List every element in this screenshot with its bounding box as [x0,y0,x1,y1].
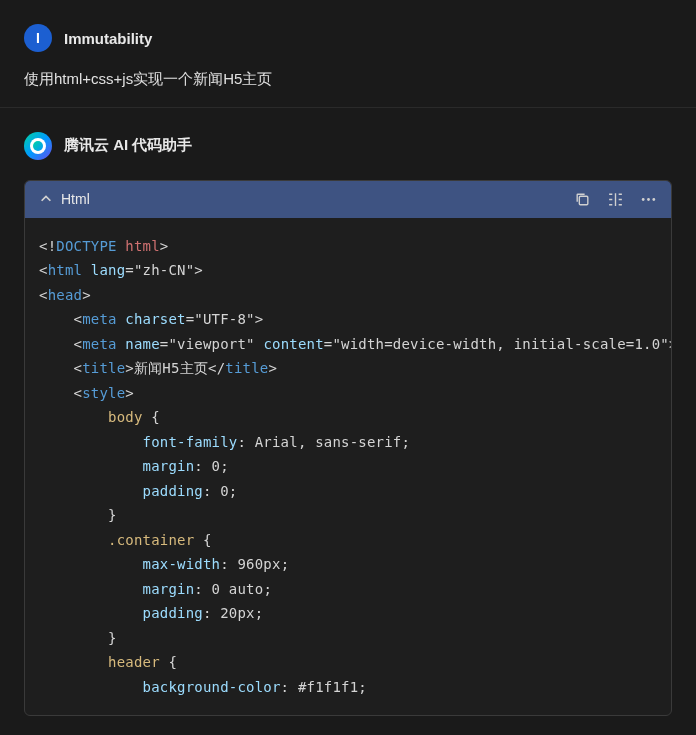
code-line: padding: 20px; [39,601,657,626]
copy-icon[interactable] [574,191,591,208]
chevron-up-icon [39,192,53,206]
code-line: <head> [39,283,657,308]
code-line: margin: 0 auto; [39,577,657,602]
ai-avatar-icon [30,138,46,154]
code-line: <html lang="zh-CN"> [39,258,657,283]
code-block: Html <!DOCTYPE html><html lang="zh-CN"><… [24,180,672,717]
ai-header: 腾讯云 AI 代码助手 [24,132,672,160]
code-line: .container { [39,528,657,553]
code-line: } [39,626,657,651]
code-line: <meta name="viewport" content="width=dev… [39,332,657,357]
ai-avatar[interactable] [24,132,52,160]
user-name: Immutability [64,30,152,47]
code-line: header { [39,650,657,675]
code-language-label: Html [61,191,90,207]
code-header-actions [574,191,657,208]
ai-section: 腾讯云 AI 代码助手 Html <!DOCTYPE [0,108,696,717]
user-avatar[interactable]: I [24,24,52,52]
more-icon[interactable] [640,191,657,208]
code-line: padding: 0; [39,479,657,504]
code-header-left[interactable]: Html [39,191,90,207]
code-line: <title>新闻H5主页</title> [39,356,657,381]
insert-icon[interactable] [607,191,624,208]
ai-name: 腾讯云 AI 代码助手 [64,136,192,155]
code-content[interactable]: <!DOCTYPE html><html lang="zh-CN"><head>… [25,218,671,716]
code-line: <style> [39,381,657,406]
code-line: background-color: #f1f1f1; [39,675,657,700]
code-line: margin: 0; [39,454,657,479]
code-line: body { [39,405,657,430]
svg-point-2 [647,198,650,201]
code-line: } [39,503,657,528]
code-line: max-width: 960px; [39,552,657,577]
svg-point-3 [652,198,655,201]
user-message: 使用html+css+js实现一个新闻H5主页 [24,68,672,91]
code-line: <!DOCTYPE html> [39,234,657,259]
code-header: Html [25,181,671,218]
user-header: I Immutability [24,24,672,52]
code-line: <meta charset="UTF-8"> [39,307,657,332]
svg-point-1 [642,198,645,201]
code-line: font-family: Arial, sans-serif; [39,430,657,455]
user-section: I Immutability 使用html+css+js实现一个新闻H5主页 [0,0,696,107]
user-avatar-letter: I [36,30,40,46]
svg-rect-0 [579,196,588,205]
